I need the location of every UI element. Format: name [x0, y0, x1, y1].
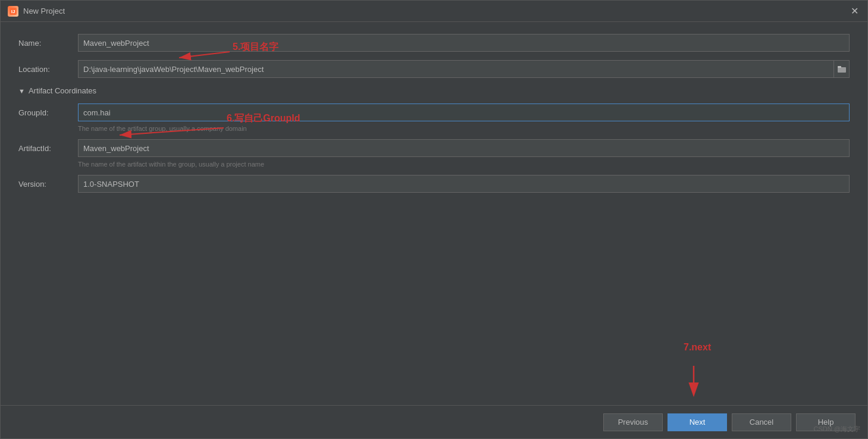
groupid-row: GroupId:: [18, 104, 850, 121]
svg-text:IJ: IJ: [11, 9, 15, 14]
location-label: Location:: [18, 65, 78, 74]
browse-button[interactable]: [834, 60, 850, 78]
artifact-section-header: ▼ Artifact Coordinates: [18, 86, 850, 95]
version-row: Version:: [18, 175, 850, 193]
location-row: Location:: [18, 60, 850, 78]
name-row: Name:: [18, 34, 850, 52]
svg-rect-7: [838, 66, 841, 68]
version-input[interactable]: [78, 175, 850, 193]
svg-rect-6: [838, 67, 846, 73]
previous-button[interactable]: Previous: [603, 413, 663, 431]
groupid-input[interactable]: [78, 104, 850, 121]
app-icon: IJ: [8, 6, 18, 17]
artifactid-input[interactable]: [78, 139, 850, 157]
arrow-7: [1, 22, 867, 405]
location-input[interactable]: [78, 60, 834, 78]
svg-line-3: [179, 52, 230, 58]
title-bar-left: IJ New Project: [8, 6, 65, 17]
annotation-7: 7.next: [684, 342, 711, 353]
artifactid-hint: The name of the artifact within the grou…: [78, 161, 850, 168]
watermark: CSDN @海文宇: [814, 425, 860, 434]
dialog-title: New Project: [23, 7, 65, 15]
artifactid-label: ArtifactId:: [18, 144, 78, 153]
section-collapse-arrow[interactable]: ▼: [18, 87, 25, 95]
dialog: IJ New Project ✕ 5.项目名字 6.写自己GroupId: [0, 0, 868, 439]
groupid-label: GroupId:: [18, 108, 78, 117]
name-input[interactable]: [78, 34, 850, 52]
version-label: Version:: [18, 180, 78, 189]
groupid-hint: The name of the artifact group, usually …: [78, 125, 850, 132]
cancel-button[interactable]: Cancel: [732, 413, 791, 431]
arrow-6: [1, 22, 867, 405]
footer: Previous Next Cancel Help: [1, 405, 867, 438]
section-title: Artifact Coordinates: [29, 86, 96, 95]
artifactid-row: ArtifactId:: [18, 139, 850, 157]
content-area: 5.项目名字 6.写自己GroupId Name:: [1, 22, 867, 405]
arrow-5: [1, 22, 867, 405]
next-button[interactable]: Next: [668, 413, 727, 431]
close-button[interactable]: ✕: [848, 5, 860, 17]
name-label: Name:: [18, 39, 78, 48]
title-bar: IJ New Project ✕: [1, 1, 867, 22]
